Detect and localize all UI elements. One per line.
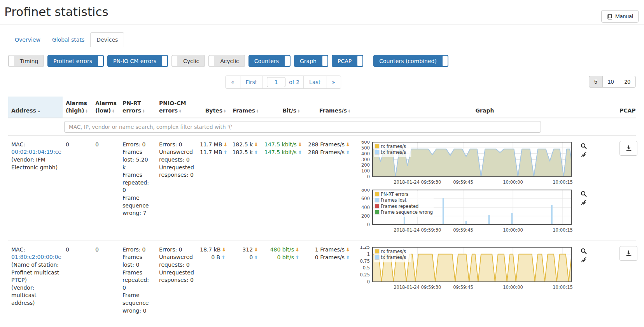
switch-pn-io-cm-errors[interactable]: PN-IO CM errors [107, 55, 168, 67]
svg-text:10:00:00: 10:00:00 [503, 179, 523, 185]
page-title: Profinet statistics [4, 5, 636, 19]
device-chart: 01002003004005006002018-01-24 09:59:3009… [356, 141, 613, 185]
download-pcap-button[interactable] [620, 246, 637, 261]
svg-text:Frames lost: Frames lost [381, 197, 407, 203]
zoom-icon[interactable] [581, 191, 587, 197]
column-header-graph: Graph [353, 97, 616, 118]
chart-toolbar [581, 141, 587, 163]
switch-cyclic[interactable]: Cyclic [172, 55, 205, 67]
switch-acyclic[interactable]: Acyclic [208, 55, 245, 67]
address-detail: (Name of station: Profinet multicast PTC… [11, 261, 60, 284]
mac-label: MAC: [11, 246, 25, 253]
up-arrow-icon: ⬆ [254, 149, 258, 155]
column-header-alarms-low[interactable]: Alarms (low)▴▾ [92, 97, 119, 118]
download-icon [625, 145, 632, 151]
filter-row-spacer [8, 118, 63, 136]
down-arrow-icon: ⬇ [223, 142, 228, 148]
pn-rt-errors-cell: Errors: 0Frames lost: 0Frames repeated: … [119, 241, 156, 318]
switch-handle-icon [209, 56, 214, 66]
svg-text:0: 0 [367, 174, 370, 179]
column-header-frames[interactable]: Frames▴▾ [229, 97, 261, 118]
down-arrow-icon: ⬇ [346, 142, 350, 148]
tab-bar: OverviewGlobal statsDevices [8, 32, 636, 47]
chart-canvas: 00.250.50.7511.252018-01-24 09:59:3009:5… [356, 246, 576, 290]
column-header-label: Alarms (high) [66, 100, 87, 114]
sort-icon: ▴▾ [298, 109, 299, 113]
chart-canvas: 02004006008002018-01-24 09:59:3009:59:45… [356, 189, 576, 233]
sort-icon: ▴▾ [112, 109, 114, 113]
switch-counters-combined[interactable]: Counters (combined) [373, 55, 448, 67]
zoom-icon[interactable] [581, 143, 587, 149]
switch-timing[interactable]: Timing [8, 55, 44, 67]
value-text: 0 B [211, 254, 220, 260]
value-text: 1 Frames/s [315, 246, 345, 253]
column-header-pnio-cm-errors[interactable]: PNIO-CM errors▴▾ [156, 97, 197, 118]
sort-icon: ▴▾ [224, 109, 226, 113]
address-cell: MAC: 00:02:01:04:19:ce(Vendor: IFM Elect… [8, 135, 63, 241]
mac-link[interactable]: 00:02:01:04:19:ce [11, 149, 61, 155]
detail-line: Frames repeated: 0 [122, 171, 153, 194]
zoom-icon[interactable] [581, 248, 587, 254]
page-size-5-button[interactable]: 5 [589, 76, 603, 88]
download-pcap-button[interactable] [620, 141, 637, 156]
first-page-button[interactable]: First [240, 76, 262, 88]
column-header-bit-s[interactable]: Bit/s▴▾ [261, 97, 303, 118]
value-text: 11.7 MB [200, 149, 222, 155]
chart-toolbar [581, 246, 587, 268]
sort-icon: ▴▾ [179, 109, 181, 113]
column-header-frames-s[interactable]: Frames/s▴▾ [303, 97, 353, 118]
svg-text:1.25: 1.25 [360, 246, 370, 250]
column-header-label: PNIO-CM errors [159, 100, 186, 114]
tab-global-stats[interactable]: Global stats [46, 33, 90, 47]
down-arrow-icon: ⬇ [254, 247, 258, 253]
header-divider [0, 25, 644, 25]
page-size-group: 51020 [589, 76, 636, 88]
address-detail: (Vendor: IFM Electronic gmbh) [11, 156, 60, 171]
svg-text:600: 600 [361, 196, 370, 201]
page-size-20-button[interactable]: 20 [619, 76, 636, 88]
prev-page-button[interactable]: « [226, 76, 240, 88]
column-header-pn-rt-errors[interactable]: PN-RT errors▴▾ [119, 97, 156, 118]
last-page-button[interactable]: Last [303, 76, 326, 88]
svg-text:rx frames/s: rx frames/s [381, 248, 406, 254]
svg-text:2018-01-24 09:59:30: 2018-01-24 09:59:30 [394, 285, 441, 290]
page-number-input[interactable] [267, 77, 285, 87]
alarms-high-cell: 0 [63, 241, 92, 318]
detail-line: Frames lost: 5.20 k [122, 148, 153, 171]
svg-text:09:59:45: 09:59:45 [453, 285, 473, 290]
manual-button[interactable]: Manual [601, 10, 639, 23]
mac-label: MAC: [11, 141, 25, 148]
switch-counters[interactable]: Counters [248, 55, 290, 67]
down-arrow-icon: ⬇ [346, 247, 350, 253]
tab-overview[interactable]: Overview [9, 33, 46, 47]
address-cell: MAC: 01:80:c2:00:00:0e(Name of station: … [8, 241, 63, 318]
column-header-bytes[interactable]: Bytes▴▾ [197, 97, 229, 118]
sort-icon: ▴▾ [86, 109, 88, 113]
graph-cell: 01002003004005006002018-01-24 09:59:3009… [353, 135, 616, 241]
tab-devices[interactable]: Devices [90, 32, 124, 47]
switch-label: PCAP [332, 55, 357, 67]
svg-text:09:59:45: 09:59:45 [453, 179, 473, 185]
column-header-label: Address [11, 107, 36, 114]
up-arrow-icon: ⬆ [298, 149, 302, 155]
filter-switch-row: TimingProfinet errorsPN-IO CM errorsCycl… [8, 55, 636, 67]
column-header-address[interactable]: Address▴ [8, 97, 63, 118]
svg-text:800: 800 [361, 189, 370, 193]
search-input[interactable] [64, 121, 541, 133]
switch-handle-icon [285, 56, 290, 66]
switch-graph[interactable]: Graph [294, 55, 328, 67]
value-text: 480 bit/s [270, 246, 294, 253]
switch-pcap[interactable]: PCAP [332, 55, 363, 67]
value-text: 0 bit/s [277, 254, 294, 260]
detail-line: Unanswered requests: 0 [159, 253, 194, 269]
detail-line: Frame sequence wrong: 7 [122, 194, 153, 217]
svg-text:1: 1 [367, 251, 370, 257]
page-size-10-button[interactable]: 10 [602, 76, 620, 88]
svg-text:10:00:00: 10:00:00 [503, 227, 523, 233]
column-header-alarms-high[interactable]: Alarms (high)▴▾ [63, 97, 92, 118]
mac-link[interactable]: 01:80:c2:00:00:0e [11, 254, 61, 260]
device-chart: 00.250.50.7511.252018-01-24 09:59:3009:5… [356, 246, 613, 290]
switch-profinet-errors[interactable]: Profinet errors [47, 55, 104, 67]
sort-icon: ▴▾ [257, 109, 258, 113]
next-page-button[interactable]: » [326, 76, 341, 88]
